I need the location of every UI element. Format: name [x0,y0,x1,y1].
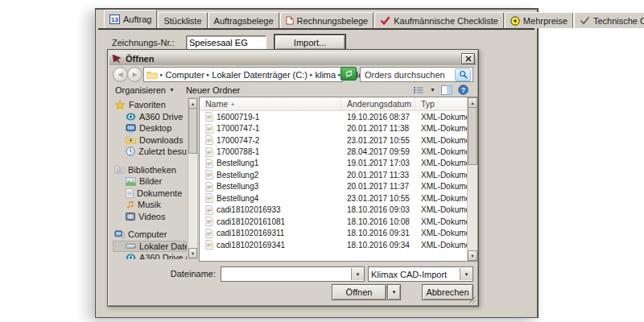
sidebar-item-desktop[interactable]: Desktop [113,122,187,134]
open-button[interactable]: Öffnen [332,284,386,300]
sidebar-item-label: Bilder [139,176,162,186]
organize-button[interactable]: Organisieren ▼ [109,85,180,96]
tab-technische-checkliste[interactable]: Technische Checkliste [574,12,644,28]
drawing-number-input[interactable] [186,35,266,50]
sidebar-group-header-favoriten[interactable]: Favoriten [113,99,187,111]
page: 13AuftragStücklisteAuftragsbelegeRechnun… [0,0,644,322]
tab-rechnungsbelege[interactable]: Rechnungsbelege [280,12,374,28]
file-row-cadi18102016933[interactable]: cadi1810201693318.10.2016 09:03XML-Dokum… [200,204,467,216]
breadcrumb-item-lokaler-datentraeger-c[interactable]: Lokaler Datenträger (C:) [212,70,308,80]
tab-auftrag[interactable]: 13Auftrag [104,10,157,28]
column-header-typ[interactable]: Typ [415,97,467,110]
hdd-icon [126,242,136,250]
new-folder-button[interactable]: Neuer Ordner [180,85,246,96]
file-row-bestellung4[interactable]: Bestellung423.01.2017 10:55XML-Dokument [200,192,467,204]
column-header-name[interactable]: Name▲ [200,97,341,110]
file-row-bestellung3[interactable]: Bestellung320.01.2017 11:37XML-Dokument [200,181,467,192]
combo-dropdown-icon[interactable]: ▼ [460,268,473,280]
search-box[interactable]: Orders durchsuchen [360,67,473,82]
views-icon[interactable] [413,85,424,95]
file-row-17000788-1[interactable]: 17000788-128.04.2017 09:59XML-Dokument [200,146,467,157]
xml-document-icon [205,217,213,226]
breadcrumb-item-klima[interactable]: klima [315,70,336,80]
sidebar-item-downloads[interactable]: Downloads [113,134,187,147]
sidebar-group-favoriten: FavoritenA360 DriveDesktopDownloadsZulet… [113,99,187,158]
filename-combo[interactable]: ▼ [221,266,365,282]
sidebar-item-a360-drive[interactable]: A360 Drive [113,111,187,123]
file-row-17000747-1[interactable]: 17000747-120.01.2017 11:38XML-Dokument [200,122,467,134]
resize-grip[interactable] [468,295,477,304]
file-name-cell: Bestellung1 [200,159,341,168]
back-button[interactable]: ◀ [113,67,128,82]
file-row-cadi181020169341[interactable]: cadi18102016934118.10.2016 09:34XML-Doku… [200,239,467,250]
sort-asc-icon: ▲ [230,101,235,106]
xml-document-icon [205,147,213,157]
navigation-pane: FavoritenA360 DriveDesktopDownloadsZulet… [113,97,187,259]
file-name: Bestellung3 [217,182,258,191]
sidebar-item-bilder[interactable]: Bilder [113,175,187,188]
cancel-button[interactable]: Abbrechen [422,284,473,300]
file-row-16000719-1[interactable]: 16000719-119.10.2016 08:37XML-Dokument [200,111,467,122]
sidebar-item-zuletzt-besucht[interactable]: Zuletzt besucht [113,146,187,158]
breadcrumb-separator-icon: ▸ [207,72,210,78]
forward-button[interactable]: ▶ [127,67,142,82]
sidebar-item-a360-drive-matthi[interactable]: A360 Drive (matthi [113,252,187,259]
refresh-button[interactable] [341,67,357,80]
file-name-cell: 17000747-2 [200,135,341,145]
tab-stueckliste[interactable]: Stückliste [158,12,207,28]
sidebar-item-lokaler-datentraege[interactable]: Lokaler Datenträge [113,241,187,253]
list-scrollbar[interactable]: ▲ ▼ [467,97,477,261]
xml-document-icon [205,240,213,250]
column-header-aenderungsdatum[interactable]: Änderungsdatum [341,97,415,110]
file-type-cell: XML-Dokument [415,205,467,214]
scrollbar-thumb[interactable] [188,108,197,154]
libraries-icon [114,165,125,174]
tab-label: Kaufmännische Checkliste [394,16,498,26]
scrollbar-thumb[interactable] [468,107,477,165]
filetype-combo[interactable]: Klimax CAD-Import ▼ [368,266,473,282]
tab-mehrpreise[interactable]: Mehrpreise [505,12,573,28]
file-name: Bestellung1 [217,159,258,167]
sidebar-item-videos[interactable]: Videos [113,211,187,223]
xml-document-icon [205,170,213,180]
combo-dropdown-icon[interactable]: ▼ [351,268,364,280]
filename-label: Dateiname: [171,269,216,279]
sidebar-group-header-bibliotheken[interactable]: Bibliotheken [113,164,187,176]
file-name-cell: Bestellung4 [200,193,341,203]
file-row-bestellung1[interactable]: Bestellung119.01.2017 17:03XML-Dokument [200,158,467,169]
dialog-content: FavoritenA360 DriveDesktopDownloadsZulet… [109,97,477,260]
star-icon [114,100,126,110]
sidebar-item-dokumente[interactable]: Dokumente [113,188,187,200]
sidebar-item-label: Videos [138,212,165,221]
file-date-cell: 18.10.2016 09:34 [341,241,415,250]
app-window: 13AuftragStücklisteAuftragsbelegeRechnun… [95,8,539,318]
sidebar-scrollbar[interactable]: ▲ ▼ [188,97,198,259]
import-button[interactable]: Import... [275,35,345,50]
file-date-cell: 19.01.2017 17:03 [341,159,415,167]
file-type-cell: XML-Dokument [415,113,467,122]
dialog-titlebar: Öffnen [109,52,477,65]
close-button[interactable] [461,53,475,64]
search-button[interactable] [455,68,471,81]
file-row-bestellung2[interactable]: Bestellung220.01.2017 11:33XML-Dokument [200,169,467,180]
breadcrumb-item-computer[interactable]: Computer [166,70,204,80]
views-dropdown-icon[interactable]: ▼ [430,87,436,93]
sidebar-group-header-computer[interactable]: Computer [113,229,187,241]
tab-kaufmaennische-checkliste[interactable]: Kaufmännische Checkliste [374,12,504,28]
downloads-icon [126,135,136,144]
a360-icon [126,113,136,121]
tab-auftragsbelege[interactable]: Auftragsbelege [208,12,279,28]
scroll-down-icon[interactable]: ▼ [188,248,197,258]
file-name-cell: cadi18102016933 [200,205,341,215]
sidebar-item-musik[interactable]: Musik [113,199,187,211]
list-header: Name▲ÄnderungsdatumTyp [200,97,467,111]
file-row-17000747-2[interactable]: 17000747-223.01.2017 10:55XML-Dokument [200,134,467,146]
breadcrumb[interactable]: ▸Computer▸Lokaler Datenträger (C:)▸klima… [143,67,343,82]
help-icon[interactable]: ? [458,85,469,95]
file-row-cadi181020169311[interactable]: cadi18102016931118.10.2016 09:31XML-Doku… [200,227,467,238]
open-dropdown-button[interactable]: ▼ [387,284,401,300]
xml-document-icon [205,193,213,203]
preview-pane-icon[interactable] [441,85,452,95]
file-row-cadi181020161081[interactable]: cadi18102016108118.10.2016 10:08XML-Doku… [200,216,467,227]
scroll-down-icon[interactable]: ▼ [468,250,477,261]
